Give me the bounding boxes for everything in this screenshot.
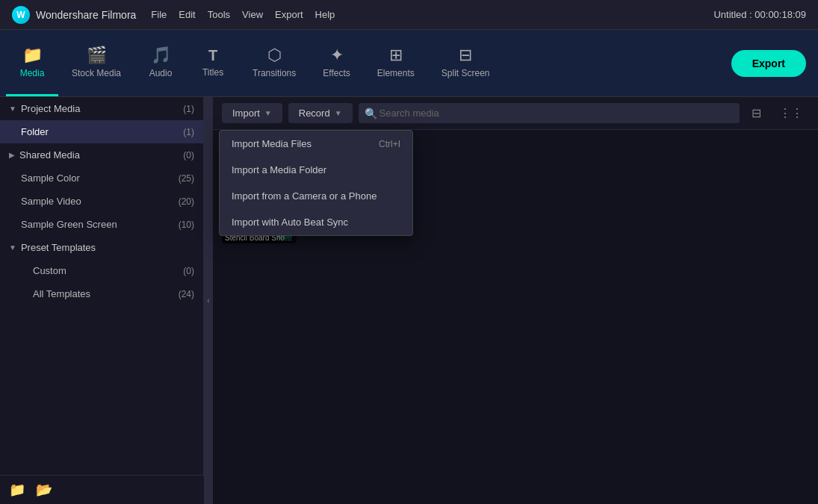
titles-icon: T (208, 47, 217, 64)
import-dropdown-menu: Import Media Files Ctrl+I Import a Media… (219, 130, 413, 236)
folder-count: (1) (183, 127, 194, 137)
toolbar-effects[interactable]: ✦ Effects (309, 30, 363, 96)
add-media-icon[interactable]: 📁 (9, 482, 25, 498)
sidebar-shared-media[interactable]: ▶ Shared Media (0) (0, 143, 203, 167)
sidebar-collapse-handle[interactable]: ‹ (204, 97, 213, 504)
menu-help[interactable]: Help (315, 9, 335, 20)
import-dropdown-arrow: ▼ (264, 109, 272, 117)
toolbar-audio[interactable]: 🎵 Audio (134, 30, 187, 96)
stock-media-icon: 🎬 (87, 46, 107, 65)
content-area: Import ▼ Record ▼ 🔍 ⊟ ⋮⋮ Import Media Fi… (213, 97, 818, 504)
split-screen-icon: ⊟ (459, 46, 472, 65)
content-toolbar: Import ▼ Record ▼ 🔍 ⊟ ⋮⋮ (213, 97, 818, 130)
titlebar: W Wondershare Filmora File Edit Tools Vi… (0, 0, 818, 30)
chevron-right-icon: ▶ (9, 151, 15, 159)
folder-label: Folder (21, 126, 49, 137)
audio-label: Audio (149, 68, 173, 78)
export-button[interactable]: Export (731, 50, 806, 77)
audio-icon: 🎵 (151, 46, 171, 65)
sidebar-project-media[interactable]: ▼ Project Media (1) (0, 97, 203, 120)
menu-edit[interactable]: Edit (179, 9, 195, 20)
sidebar-item-custom[interactable]: Custom (0) (0, 259, 203, 282)
add-folder-icon[interactable]: 📂 (36, 482, 52, 498)
transitions-icon: ⬡ (267, 46, 282, 65)
split-screen-label: Split Screen (441, 68, 490, 78)
elements-label: Elements (377, 68, 415, 78)
sample-color-count: (25) (179, 173, 194, 184)
sample-green-screen-label: Sample Green Screen (21, 219, 117, 230)
menu-export[interactable]: Export (275, 9, 303, 20)
chevron-down-icon-2: ▼ (9, 243, 16, 252)
shared-media-count: (0) (183, 150, 194, 161)
effects-label: Effects (323, 68, 350, 78)
sidebar-preset-templates[interactable]: ▼ Preset Templates (0, 236, 203, 259)
filter-button[interactable]: ⊟ (746, 103, 767, 123)
toolbar-stock-media[interactable]: 🎬 Stock Media (58, 30, 134, 96)
menu-view[interactable]: View (242, 9, 263, 20)
record-button[interactable]: Record ▼ (288, 103, 353, 123)
all-templates-count: (24) (179, 289, 194, 299)
toolbar-titles[interactable]: T Titles (187, 30, 239, 96)
toolbar-split-screen[interactable]: ⊟ Split Screen (428, 30, 503, 96)
dropdown-import-media-folder[interactable]: Import a Media Folder (220, 157, 412, 183)
chevron-down-icon: ▼ (9, 105, 16, 113)
app-name: Wondershare Filmora (36, 9, 136, 21)
transitions-label: Transitions (252, 68, 296, 78)
all-templates-label: All Templates (33, 288, 90, 299)
main-toolbar: 📁 Media 🎬 Stock Media 🎵 Audio T Titles ⬡… (0, 30, 818, 97)
dropdown-import-camera[interactable]: Import from a Camera or a Phone (220, 183, 412, 209)
import-media-files-label: Import Media Files (232, 138, 312, 149)
elements-icon: ⊞ (389, 46, 403, 65)
toolbar-media[interactable]: 📁 Media (6, 30, 58, 96)
record-label: Record (299, 108, 330, 119)
menu-tools[interactable]: Tools (208, 9, 230, 20)
toolbar-elements[interactable]: ⊞ Elements (364, 30, 428, 96)
main-area: ▼ Project Media (1) Folder (1) ▶ Shared … (0, 97, 818, 504)
custom-count: (0) (183, 266, 194, 276)
project-title: Untitled : 00:00:18:09 (713, 9, 806, 20)
custom-label: Custom (33, 265, 66, 276)
sidebar-item-sample-green-screen[interactable]: Sample Green Screen (10) (0, 213, 203, 236)
media-label: Media (20, 68, 45, 78)
import-label: Import (232, 108, 260, 119)
titlebar-menu: File Edit Tools View Export Help (151, 9, 335, 20)
search-wrapper: 🔍 (359, 103, 740, 123)
shared-media-label: Shared Media (19, 149, 80, 161)
sample-color-label: Sample Color (21, 172, 80, 184)
sidebar-item-folder[interactable]: Folder (1) (0, 120, 203, 143)
search-input[interactable] (359, 103, 740, 123)
sidebar: ▼ Project Media (1) Folder (1) ▶ Shared … (0, 97, 204, 504)
toolbar-transitions[interactable]: ⬡ Transitions (239, 30, 309, 96)
project-media-count: (1) (183, 104, 194, 114)
sidebar-item-all-templates[interactable]: All Templates (24) (0, 282, 203, 305)
app-logo: W (12, 6, 30, 24)
record-dropdown-arrow: ▼ (335, 109, 342, 117)
titlebar-left: W Wondershare Filmora File Edit Tools Vi… (12, 6, 335, 24)
project-media-label: Project Media (21, 103, 80, 114)
preset-templates-label: Preset Templates (21, 242, 96, 253)
titles-label: Titles (202, 67, 223, 78)
media-icon: 📁 (22, 46, 43, 65)
import-button[interactable]: Import ▼ (222, 103, 282, 123)
search-icon: 🔍 (365, 108, 377, 119)
grid-button[interactable]: ⋮⋮ (773, 103, 809, 123)
import-auto-beat-sync-label: Import with Auto Beat Sync (232, 217, 348, 228)
dropdown-import-media-files[interactable]: Import Media Files Ctrl+I (220, 131, 412, 157)
stock-media-label: Stock Media (72, 68, 121, 78)
effects-icon: ✦ (330, 46, 344, 65)
sample-video-label: Sample Video (21, 196, 81, 207)
dropdown-import-auto-beat-sync[interactable]: Import with Auto Beat Sync (220, 209, 412, 235)
import-camera-label: Import from a Camera or a Phone (232, 190, 377, 202)
import-media-files-shortcut: Ctrl+I (379, 139, 400, 149)
sidebar-item-sample-video[interactable]: Sample Video (20) (0, 190, 203, 213)
import-media-folder-label: Import a Media Folder (232, 164, 326, 175)
sidebar-item-sample-color[interactable]: Sample Color (25) (0, 167, 203, 190)
menu-file[interactable]: File (151, 9, 167, 20)
sample-green-screen-count: (10) (179, 220, 194, 230)
sample-video-count: (20) (179, 196, 194, 207)
